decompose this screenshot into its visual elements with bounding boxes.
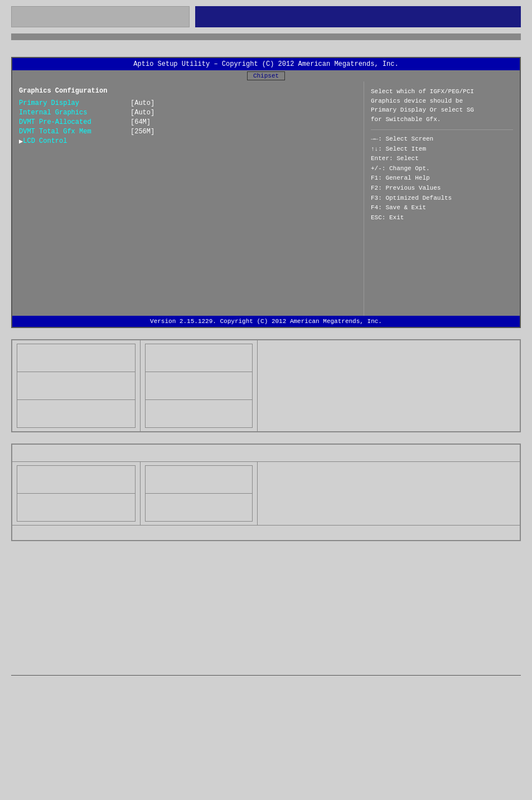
inner-cell (146, 344, 253, 372)
bios-item-dvmt-total[interactable]: DVMT Total Gfx Mem [256M] (19, 128, 357, 136)
table-cell-1-1 (12, 340, 141, 432)
bios-footer: Version 2.15.1229. Copyright (C) 2012 Am… (12, 316, 520, 327)
bios-item-primary-display[interactable]: Primary Display [Auto] (19, 99, 357, 107)
bios-key-help: →←: Select Screen ↑↓: Select Item Enter:… (371, 134, 513, 223)
top-bar-left (11, 6, 190, 27)
key-esc: ESC: Exit (371, 213, 513, 223)
bios-label-internal-graphics: Internal Graphics (19, 109, 130, 117)
bios-arrow-lcd: ▶ (19, 137, 23, 146)
key-select-screen: →←: Select Screen (371, 134, 513, 144)
bios-item-dvmt-pre[interactable]: DVMT Pre-Allocated [64M] (19, 118, 357, 126)
table-inner-4 (145, 465, 253, 522)
table-2 (12, 444, 520, 541)
key-f3: F3: Optimized Defaults (371, 194, 513, 204)
table-wide-cell (12, 445, 520, 462)
top-bar-stripe (11, 33, 521, 40)
inner-cell (146, 466, 253, 494)
bios-label-dvmt-total: DVMT Total Gfx Mem (19, 128, 130, 136)
bios-item-internal-graphics[interactable]: Internal Graphics [Auto] (19, 109, 357, 117)
bios-value-primary-display: [Auto] (130, 99, 154, 107)
inner-cell (17, 400, 136, 428)
table-wide-row (12, 445, 520, 462)
bios-label-lcd: LCD Control (23, 137, 67, 146)
bios-footer-text: Version 2.15.1229. Copyright (C) 2012 Am… (150, 318, 382, 325)
table-bottom-cell (12, 526, 520, 541)
top-bar-right (195, 6, 521, 27)
table-section-1 (11, 339, 521, 432)
inner-cell (17, 344, 136, 372)
inner-cell (146, 372, 253, 400)
inner-cell (146, 400, 253, 428)
table-cell-2-3 (258, 462, 520, 526)
bios-divider (371, 129, 513, 130)
key-f4: F4: Save & Exit (371, 203, 513, 213)
inner-cell (17, 372, 136, 400)
bios-tab-bar: Chipset (12, 70, 520, 81)
key-f2: F2: Previous Values (371, 184, 513, 194)
bios-right-panel: Select which of IGFX/PEG/PCI Graphics de… (364, 81, 520, 316)
key-enter-select: Enter: Select (371, 154, 513, 164)
table-1 (12, 340, 520, 432)
key-f1: F1: General Help (371, 174, 513, 184)
inner-cell (146, 494, 253, 522)
inner-cell (17, 494, 136, 522)
key-change-opt: +/-: Change Opt. (371, 164, 513, 174)
table-inner-2 (145, 344, 253, 428)
bios-body: Graphics Configuration Primary Display [… (12, 81, 520, 316)
bios-label-primary-display: Primary Display (19, 99, 130, 107)
key-select-item: ↑↓: Select Item (371, 144, 513, 155)
bios-title: Aptio Setup Utility – Copyright (C) 2012… (133, 60, 398, 68)
table-cell-2-1 (12, 462, 141, 526)
table-bottom-row (12, 526, 520, 541)
bottom-section (11, 552, 521, 664)
bios-value-dvmt-total: [256M] (130, 128, 154, 136)
inner-cell (17, 466, 136, 494)
table-inner-1 (17, 344, 136, 428)
bios-value-dvmt-pre: [64M] (130, 118, 151, 126)
bios-tab-chipset[interactable]: Chipset (247, 71, 285, 80)
bios-title-bar: Aptio Setup Utility – Copyright (C) 2012… (12, 58, 520, 70)
bios-label-dvmt-pre: DVMT Pre-Allocated (19, 118, 130, 126)
top-bar (0, 0, 532, 33)
bios-left-panel: Graphics Configuration Primary Display [… (12, 81, 364, 316)
table-cell-1-3 (258, 340, 520, 432)
bottom-divider (11, 675, 521, 676)
bios-container: Aptio Setup Utility – Copyright (C) 2012… (11, 57, 521, 328)
table-row (12, 340, 520, 432)
table-section-2 (11, 444, 521, 541)
table-cell-2-2 (141, 462, 258, 526)
bios-value-internal-graphics: [Auto] (130, 109, 154, 117)
bios-item-lcd-control[interactable]: ▶ LCD Control (19, 137, 357, 146)
table-row (12, 462, 520, 526)
bios-section-title: Graphics Configuration (19, 87, 357, 95)
bios-help-text: Select which of IGFX/PEG/PCI Graphics de… (371, 87, 513, 124)
table-cell-1-2 (141, 340, 258, 432)
table-inner-3 (17, 465, 136, 522)
